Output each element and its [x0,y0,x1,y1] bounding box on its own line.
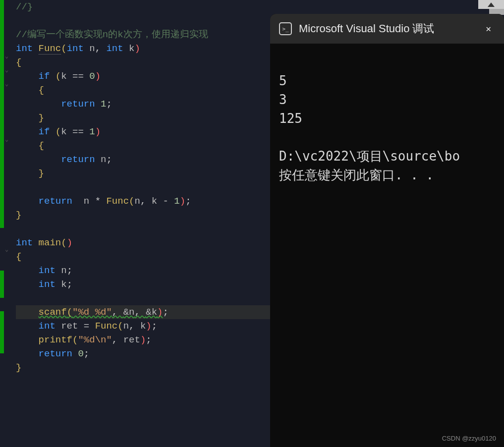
output-line: 按任意键关闭此窗口. . . [279,166,495,184]
fold-arrow-icon[interactable]: ⌄ [5,66,8,74]
code-content[interactable]: //} //编写一个函数实现n的k次方，使用递归实现 int Func(int … [14,0,270,375]
code-editor[interactable]: ⌄ ⌄ ⌄ ⌄ ⌄ //} //编写一个函数实现n的k次方，使用递归实现 int… [0,0,270,447]
console-titlebar[interactable]: >_ Microsoft Visual Studio 调试 ✕ [270,14,504,44]
console-title: Microsoft Visual Studio 调试 [299,21,475,36]
code-text: //} [16,1,33,12]
change-gutter [0,0,4,228]
output-line [279,128,495,147]
scroll-up-button[interactable] [478,0,504,9]
fold-arrow-icon[interactable]: ⌄ [5,80,8,88]
fold-gutter: ⌄ ⌄ ⌄ ⌄ ⌄ [5,0,14,447]
output-line: 3 [279,90,495,109]
output-line: 125 [279,109,495,128]
debug-console-window: >_ Microsoft Visual Studio 调试 ✕ 53125D:\… [270,14,504,447]
output-line: 5 [279,71,495,90]
fold-arrow-icon[interactable]: ⌄ [5,53,8,60]
change-gutter [0,271,4,298]
terminal-icon: >_ [279,22,292,35]
fold-arrow-icon[interactable]: ⌄ [5,246,8,253]
close-icon[interactable]: ✕ [482,21,495,36]
output-line: D:\vc2022\项目\source\bo [279,147,495,166]
change-gutter [0,311,4,353]
console-output[interactable]: 53125D:\vc2022\项目\source\bo按任意键关闭此窗口. . … [270,44,504,231]
watermark: CSDN @zzyu0120 [442,435,496,442]
code-comment: //编写一个函数实现n的k次方，使用递归实现 [16,29,208,40]
fold-arrow-icon[interactable]: ⌄ [5,136,8,143]
